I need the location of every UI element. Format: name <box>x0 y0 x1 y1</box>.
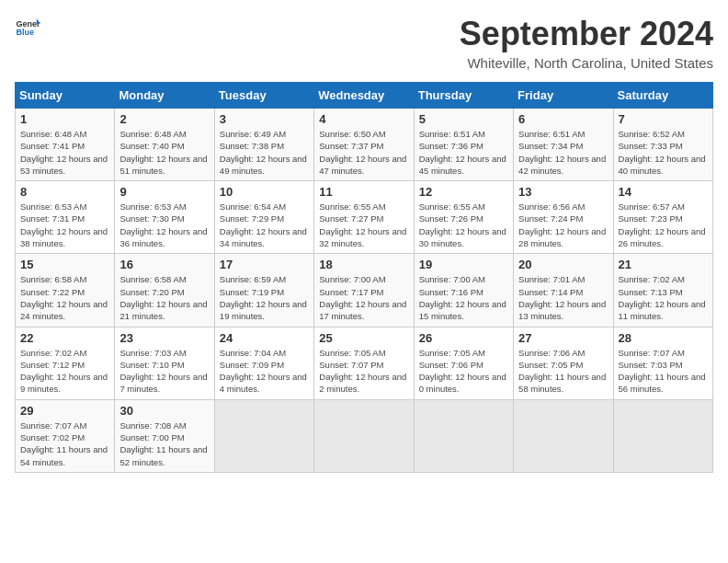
day-number: 24 <box>220 331 309 345</box>
table-row: 19Sunrise: 7:00 AMSunset: 7:16 PMDayligh… <box>414 254 513 327</box>
day-info: Sunrise: 6:51 AMSunset: 7:36 PMDaylight:… <box>419 129 506 176</box>
calendar-table: Sunday Monday Tuesday Wednesday Thursday… <box>15 82 713 473</box>
table-row: 26Sunrise: 7:05 AMSunset: 7:06 PMDayligh… <box>414 327 513 399</box>
day-number: 4 <box>319 112 408 126</box>
col-sunday: Sunday <box>16 83 115 109</box>
day-number: 25 <box>319 331 408 345</box>
table-row: 2Sunrise: 6:48 AMSunset: 7:40 PMDaylight… <box>115 109 214 181</box>
table-row: 12Sunrise: 6:55 AMSunset: 7:26 PMDayligh… <box>414 181 513 254</box>
day-info: Sunrise: 6:55 AMSunset: 7:26 PMDaylight:… <box>419 201 506 248</box>
day-number: 8 <box>20 185 109 199</box>
day-info: Sunrise: 7:02 AMSunset: 7:13 PMDaylight:… <box>619 274 706 321</box>
day-info: Sunrise: 6:58 AMSunset: 7:22 PMDaylight:… <box>20 274 108 321</box>
month-title: September 2024 <box>460 15 713 53</box>
calendar-week-row: 8Sunrise: 6:53 AMSunset: 7:31 PMDaylight… <box>16 181 713 254</box>
day-number: 18 <box>319 258 408 271</box>
table-row: 15Sunrise: 6:58 AMSunset: 7:22 PMDayligh… <box>16 254 115 327</box>
title-section: September 2024 Whiteville, North Carolin… <box>460 15 713 71</box>
table-row: 21Sunrise: 7:02 AMSunset: 7:13 PMDayligh… <box>613 254 712 327</box>
table-row: 16Sunrise: 6:58 AMSunset: 7:20 PMDayligh… <box>115 254 214 327</box>
day-number: 13 <box>518 185 608 199</box>
day-info: Sunrise: 7:02 AMSunset: 7:12 PMDaylight:… <box>20 348 108 395</box>
day-info: Sunrise: 7:06 AMSunset: 7:05 PMDaylight:… <box>518 348 606 395</box>
day-number: 17 <box>220 258 309 271</box>
day-number: 19 <box>419 258 508 271</box>
table-row <box>514 399 613 472</box>
day-number: 26 <box>419 331 508 345</box>
day-number: 16 <box>119 258 209 271</box>
table-row: 6Sunrise: 6:51 AMSunset: 7:34 PMDaylight… <box>514 109 613 181</box>
day-number: 14 <box>619 185 708 199</box>
calendar-week-row: 1Sunrise: 6:48 AMSunset: 7:41 PMDaylight… <box>16 109 713 181</box>
col-tuesday: Tuesday <box>214 83 313 109</box>
table-row: 14Sunrise: 6:57 AMSunset: 7:23 PMDayligh… <box>613 181 712 254</box>
table-row: 13Sunrise: 6:56 AMSunset: 7:24 PMDayligh… <box>514 181 613 254</box>
table-row: 10Sunrise: 6:54 AMSunset: 7:29 PMDayligh… <box>214 181 313 254</box>
day-info: Sunrise: 6:55 AMSunset: 7:27 PMDaylight:… <box>319 201 406 248</box>
day-number: 29 <box>20 404 109 418</box>
calendar-week-row: 29Sunrise: 7:07 AMSunset: 7:02 PMDayligh… <box>16 399 713 472</box>
day-info: Sunrise: 6:59 AMSunset: 7:19 PMDaylight:… <box>220 274 307 321</box>
table-row: 24Sunrise: 7:04 AMSunset: 7:09 PMDayligh… <box>214 327 313 399</box>
day-number: 9 <box>119 185 209 199</box>
day-number: 21 <box>619 258 708 271</box>
calendar-week-row: 15Sunrise: 6:58 AMSunset: 7:22 PMDayligh… <box>16 254 713 327</box>
col-wednesday: Wednesday <box>314 83 414 109</box>
table-row: 17Sunrise: 6:59 AMSunset: 7:19 PMDayligh… <box>214 254 313 327</box>
day-info: Sunrise: 6:51 AMSunset: 7:34 PMDaylight:… <box>518 129 606 176</box>
day-number: 22 <box>20 331 109 345</box>
day-info: Sunrise: 6:53 AMSunset: 7:31 PMDaylight:… <box>20 201 108 248</box>
day-number: 30 <box>119 404 209 418</box>
col-friday: Friday <box>514 83 613 109</box>
general-blue-logo-icon: General Blue <box>15 15 40 40</box>
day-info: Sunrise: 7:01 AMSunset: 7:14 PMDaylight:… <box>518 274 606 321</box>
col-monday: Monday <box>115 83 214 109</box>
table-row: 3Sunrise: 6:49 AMSunset: 7:38 PMDaylight… <box>214 109 313 181</box>
table-row: 30Sunrise: 7:08 AMSunset: 7:00 PMDayligh… <box>115 399 214 472</box>
table-row: 29Sunrise: 7:07 AMSunset: 7:02 PMDayligh… <box>16 399 115 472</box>
day-number: 7 <box>619 112 708 126</box>
day-info: Sunrise: 7:08 AMSunset: 7:00 PMDaylight:… <box>119 420 207 467</box>
table-row: 22Sunrise: 7:02 AMSunset: 7:12 PMDayligh… <box>16 327 115 399</box>
table-row <box>414 399 513 472</box>
day-info: Sunrise: 6:58 AMSunset: 7:20 PMDaylight:… <box>119 274 207 321</box>
calendar-week-row: 22Sunrise: 7:02 AMSunset: 7:12 PMDayligh… <box>16 327 713 399</box>
day-number: 10 <box>220 185 309 199</box>
table-row: 7Sunrise: 6:52 AMSunset: 7:33 PMDaylight… <box>613 109 712 181</box>
day-number: 1 <box>20 112 109 126</box>
day-number: 2 <box>119 112 209 126</box>
day-number: 15 <box>20 258 109 271</box>
day-info: Sunrise: 6:48 AMSunset: 7:41 PMDaylight:… <box>20 129 108 176</box>
day-info: Sunrise: 7:07 AMSunset: 7:03 PMDaylight:… <box>619 348 706 395</box>
location-subtitle: Whiteville, North Carolina, United State… <box>460 55 713 71</box>
day-number: 27 <box>518 331 608 345</box>
table-row: 20Sunrise: 7:01 AMSunset: 7:14 PMDayligh… <box>514 254 613 327</box>
day-info: Sunrise: 7:00 AMSunset: 7:17 PMDaylight:… <box>319 274 406 321</box>
table-row <box>613 399 712 472</box>
day-number: 3 <box>220 112 309 126</box>
day-info: Sunrise: 7:05 AMSunset: 7:07 PMDaylight:… <box>319 348 406 395</box>
table-row: 23Sunrise: 7:03 AMSunset: 7:10 PMDayligh… <box>115 327 214 399</box>
table-row: 27Sunrise: 7:06 AMSunset: 7:05 PMDayligh… <box>514 327 613 399</box>
table-row: 1Sunrise: 6:48 AMSunset: 7:41 PMDaylight… <box>16 109 115 181</box>
table-row: 8Sunrise: 6:53 AMSunset: 7:31 PMDaylight… <box>16 181 115 254</box>
logo: General Blue <box>15 15 40 40</box>
day-number: 28 <box>619 331 708 345</box>
table-row: 25Sunrise: 7:05 AMSunset: 7:07 PMDayligh… <box>314 327 414 399</box>
day-info: Sunrise: 7:00 AMSunset: 7:16 PMDaylight:… <box>419 274 506 321</box>
day-info: Sunrise: 7:07 AMSunset: 7:02 PMDaylight:… <box>20 420 108 467</box>
day-info: Sunrise: 6:53 AMSunset: 7:30 PMDaylight:… <box>119 201 207 248</box>
calendar-header-row: Sunday Monday Tuesday Wednesday Thursday… <box>16 83 713 109</box>
day-info: Sunrise: 6:52 AMSunset: 7:33 PMDaylight:… <box>619 129 706 176</box>
svg-text:Blue: Blue <box>16 28 34 37</box>
day-number: 11 <box>319 185 408 199</box>
table-row <box>314 399 414 472</box>
day-number: 23 <box>119 331 209 345</box>
day-info: Sunrise: 6:57 AMSunset: 7:23 PMDaylight:… <box>619 201 706 248</box>
day-number: 6 <box>518 112 608 126</box>
day-number: 5 <box>419 112 508 126</box>
day-info: Sunrise: 6:48 AMSunset: 7:40 PMDaylight:… <box>119 129 207 176</box>
day-number: 12 <box>419 185 508 199</box>
day-info: Sunrise: 6:49 AMSunset: 7:38 PMDaylight:… <box>220 129 307 176</box>
header: General Blue September 2024 Whiteville, … <box>15 15 713 71</box>
